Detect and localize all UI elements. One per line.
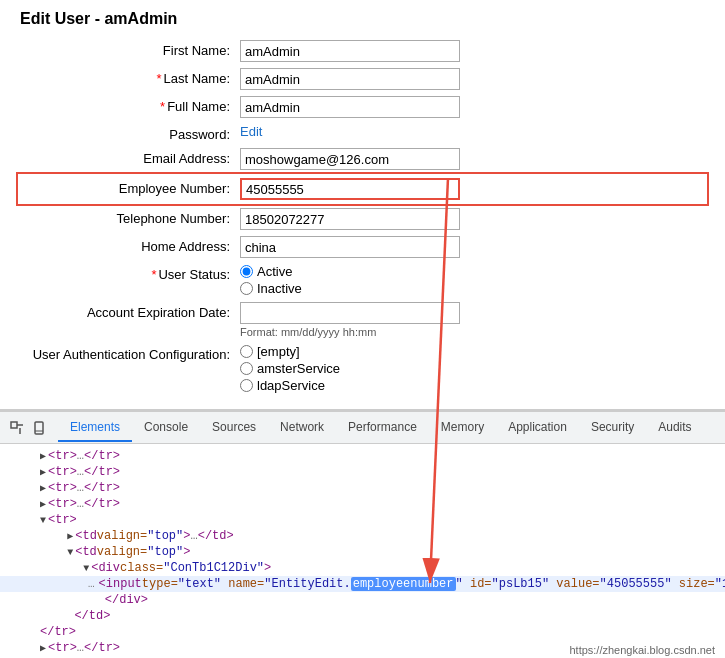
tab-console[interactable]: Console (132, 414, 200, 442)
dt-div-close[interactable]: </div> (0, 592, 725, 608)
auth-amster-text: amsterService (257, 361, 340, 376)
auth-amster-radio[interactable] (240, 362, 253, 375)
watermark: https://zhengkai.blog.csdn.net (569, 644, 715, 656)
last-name-label: *Last Name: (20, 68, 240, 86)
devtools-toolbar: Elements Console Sources Network Perform… (0, 412, 725, 444)
dt-input-line[interactable]: … <input type= "text" name= "EntityEdit.… (0, 576, 725, 592)
dt-toggle-1[interactable]: ▶ (40, 450, 46, 462)
user-status-required: * (151, 267, 156, 282)
status-active-label[interactable]: Active (240, 264, 705, 279)
first-name-control (240, 40, 705, 62)
full-name-input[interactable] (240, 96, 460, 118)
full-name-row: *Full Name: (20, 96, 705, 118)
auth-empty-radio[interactable] (240, 345, 253, 358)
full-name-control (240, 96, 705, 118)
home-address-control (240, 236, 705, 258)
auth-empty-text: [empty] (257, 344, 300, 359)
dt-toggle-open[interactable]: ▼ (40, 515, 46, 526)
dt-td-toggle-2[interactable]: ▼ (67, 547, 73, 558)
password-label: Password: (20, 124, 240, 142)
account-exp-input[interactable] (240, 302, 460, 324)
status-inactive-text: Inactive (257, 281, 302, 296)
status-active-text: Active (257, 264, 292, 279)
account-exp-format: Format: mm/dd/yyyy hh:mm (240, 326, 705, 338)
svg-rect-3 (35, 422, 43, 434)
devtools-content: ▶ <tr> … </tr> ▶ <tr> … </tr> ▶ <tr> … <… (0, 444, 725, 658)
full-name-required: * (160, 99, 165, 114)
employee-number-control (240, 178, 705, 200)
dt-td-2[interactable]: ▼ <td valign= "top" > (0, 544, 725, 560)
email-row: Email Address: (20, 148, 705, 170)
tab-sources[interactable]: Sources (200, 414, 268, 442)
status-inactive-radio[interactable] (240, 282, 253, 295)
tab-elements[interactable]: Elements (58, 414, 132, 442)
last-name-row: *Last Name: (20, 68, 705, 90)
toolbar-icons (8, 419, 48, 437)
dt-tr-2[interactable]: ▶ <tr> … </tr> (0, 464, 725, 480)
dt-tr-close[interactable]: </tr> (0, 624, 725, 640)
telephone-row: Telephone Number: (20, 208, 705, 230)
auth-ldap-text: ldapService (257, 378, 325, 393)
svg-rect-0 (11, 422, 17, 428)
status-active-radio[interactable] (240, 265, 253, 278)
tab-performance[interactable]: Performance (336, 414, 429, 442)
tab-application[interactable]: Application (496, 414, 579, 442)
tab-audits[interactable]: Audits (646, 414, 703, 442)
auth-ldap-label[interactable]: ldapService (240, 378, 705, 393)
email-label: Email Address: (20, 148, 240, 166)
employee-number-label: Employee Number: (20, 178, 240, 196)
user-status-control: Active Inactive (240, 264, 705, 296)
dt-div-toggle[interactable]: ▼ (83, 563, 89, 574)
telephone-control (240, 208, 705, 230)
dt-td-toggle-1[interactable]: ▶ (67, 530, 73, 542)
dt-toggle-last[interactable]: ▶ (40, 642, 46, 654)
home-address-input[interactable] (240, 236, 460, 258)
employee-number-row: Employee Number: (20, 176, 705, 202)
tab-security[interactable]: Security (579, 414, 646, 442)
dt-toggle-2[interactable]: ▶ (40, 466, 46, 478)
dt-div-open[interactable]: ▼ <div class= "ConTb1C12Div" > (0, 560, 725, 576)
dt-td-close[interactable]: </td> (0, 608, 725, 624)
dt-tr-1[interactable]: ▶ <tr> … </tr> (0, 448, 725, 464)
email-control (240, 148, 705, 170)
form-area: Edit User - amAdmin First Name: *Last Na… (0, 0, 725, 410)
password-edit-link[interactable]: Edit (240, 124, 262, 139)
tab-network[interactable]: Network (268, 414, 336, 442)
account-exp-control: Format: mm/dd/yyyy hh:mm (240, 302, 705, 338)
password-row: Password: Edit (20, 124, 705, 142)
auth-amster-label[interactable]: amsterService (240, 361, 705, 376)
email-input[interactable] (240, 148, 460, 170)
home-address-label: Home Address: (20, 236, 240, 254)
last-name-control (240, 68, 705, 90)
employee-number-input[interactable] (240, 178, 460, 200)
first-name-input[interactable] (240, 40, 460, 62)
home-address-row: Home Address: (20, 236, 705, 258)
user-status-row: *User Status: Active Inactive (20, 264, 705, 296)
account-exp-row: Account Expiration Date: Format: mm/dd/y… (20, 302, 705, 338)
auth-empty-label[interactable]: [empty] (240, 344, 705, 359)
user-status-label: *User Status: (20, 264, 240, 282)
dt-employeenumber-highlight: employeenumber (351, 577, 456, 591)
devtools-panel: Elements Console Sources Network Perform… (0, 410, 725, 658)
telephone-input[interactable] (240, 208, 460, 230)
dt-td-1[interactable]: ▶ <td valign= "top" > … </td> (0, 528, 725, 544)
dt-toggle-3[interactable]: ▶ (40, 482, 46, 494)
auth-ldap-radio[interactable] (240, 379, 253, 392)
auth-config-label: User Authentication Configuration: (20, 344, 240, 362)
last-name-input[interactable] (240, 68, 460, 90)
dt-tr-4[interactable]: ▶ <tr> … </tr> (0, 496, 725, 512)
first-name-row: First Name: (20, 40, 705, 62)
tab-memory[interactable]: Memory (429, 414, 496, 442)
last-name-required: * (156, 71, 161, 86)
account-exp-label: Account Expiration Date: (20, 302, 240, 320)
password-control: Edit (240, 124, 705, 139)
dt-tr-open[interactable]: ▼ <tr> (0, 512, 725, 528)
auth-config-row: User Authentication Configuration: [empt… (20, 344, 705, 393)
page-title: Edit User - amAdmin (20, 10, 705, 28)
dt-tr-3[interactable]: ▶ <tr> … </tr> (0, 480, 725, 496)
mobile-icon[interactable] (30, 419, 48, 437)
first-name-label: First Name: (20, 40, 240, 58)
inspect-icon[interactable] (8, 419, 26, 437)
dt-toggle-4[interactable]: ▶ (40, 498, 46, 510)
status-inactive-label[interactable]: Inactive (240, 281, 705, 296)
